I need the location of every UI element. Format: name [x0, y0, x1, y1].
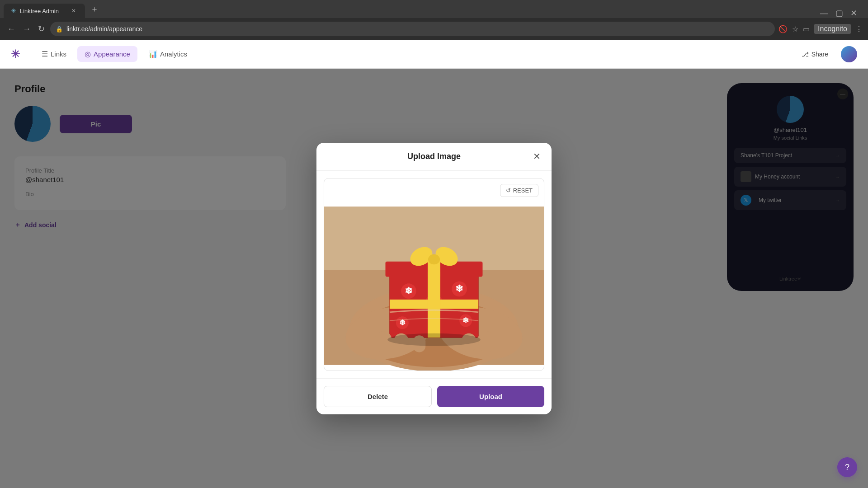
svg-rect-26 — [375, 331, 392, 352]
share-icon: ⎇ — [802, 51, 809, 58]
back-button[interactable]: ← — [5, 23, 17, 36]
nav-analytics-label: Analytics — [160, 50, 187, 58]
app-container: ✳ ☰ Links ◎ Appearance 📊 Analytics ⎇ Sha… — [0, 40, 868, 488]
nav-links-label: Links — [51, 50, 66, 58]
user-avatar[interactable] — [841, 46, 857, 62]
links-icon: ☰ — [42, 50, 48, 58]
browser-toolbar: ← → ↻ 🔒 linktr.ee/admin/appearance 🚫 ☆ ▭… — [0, 18, 868, 40]
menu-icon[interactable]: ⋮ — [855, 25, 863, 33]
maximize-button[interactable]: ▢ — [835, 8, 843, 18]
nav-appearance-label: Appearance — [94, 50, 130, 58]
share-button[interactable]: ⎇ Share — [796, 48, 834, 61]
upload-area[interactable]: ↺ RESET — [324, 178, 544, 371]
top-nav: ✳ ☰ Links ◎ Appearance 📊 Analytics ⎇ Sha… — [0, 40, 868, 69]
appearance-icon: ◎ — [85, 50, 91, 58]
nav-right: ⎇ Share — [796, 46, 857, 62]
nav-items: ☰ Links ◎ Appearance 📊 Analytics — [34, 46, 782, 62]
window-controls: — ▢ ✕ — [813, 8, 864, 18]
url-text: linktr.ee/admin/appearance — [66, 25, 142, 33]
browser-chrome: ✳ Linktree Admin ✕ ＋ — ▢ ✕ ← → ↻ 🔒 linkt… — [0, 0, 868, 40]
active-tab[interactable]: ✳ Linktree Admin ✕ — [4, 4, 85, 18]
incognito-badge: Incognito — [814, 24, 851, 34]
no-camera-icon: 🚫 — [778, 25, 788, 33]
tab-close-button[interactable]: ✕ — [70, 7, 78, 15]
svg-rect-30 — [478, 331, 495, 352]
star-icon[interactable]: ☆ — [792, 25, 798, 33]
analytics-icon: 📊 — [148, 50, 157, 58]
address-bar[interactable]: 🔒 linktr.ee/admin/appearance — [50, 22, 775, 36]
nav-item-appearance[interactable]: ◎ Appearance — [77, 46, 137, 62]
delete-button[interactable]: Delete — [324, 386, 432, 407]
nav-item-analytics[interactable]: 📊 Analytics — [141, 46, 194, 62]
modal-title: Upload Image — [407, 152, 461, 161]
nav-item-links[interactable]: ☰ Links — [34, 46, 74, 62]
modal-header: Upload Image ✕ — [316, 143, 552, 171]
lock-icon: 🔒 — [56, 26, 63, 33]
svg-text:❄: ❄ — [455, 283, 463, 294]
modal-close-button[interactable]: ✕ — [531, 149, 542, 164]
modal-footer: Delete Upload — [316, 378, 552, 414]
tab-title: Linktree Admin — [20, 8, 66, 14]
reset-icon: ↺ — [506, 187, 511, 194]
reset-button[interactable]: ↺ RESET — [500, 184, 538, 197]
profile-switcher-icon[interactable]: ▭ — [803, 25, 810, 33]
upload-button[interactable]: Upload — [437, 386, 544, 407]
share-label: Share — [811, 51, 828, 58]
modal-body: ↺ RESET — [316, 171, 552, 378]
linktree-logo[interactable]: ✳ — [11, 48, 20, 61]
tab-bar: ✳ Linktree Admin ✕ ＋ — ▢ ✕ — [0, 0, 868, 18]
upload-image-container: ❄ ❄ ❄ ❄ ❄ — [324, 201, 544, 371]
tab-favicon: ✳ — [11, 7, 16, 14]
help-button[interactable]: ? — [837, 457, 857, 477]
modal-overlay[interactable]: Upload Image ✕ ↺ RESET — [0, 69, 868, 488]
close-window-button[interactable]: ✕ — [850, 8, 857, 18]
page-content: Profile Pic Profile Title @shanet101 Bio… — [0, 69, 868, 488]
toolbar-right: 🚫 ☆ ▭ Incognito ⋮ — [778, 24, 863, 34]
forward-button[interactable]: → — [21, 23, 33, 36]
refresh-button[interactable]: ↻ — [36, 22, 47, 36]
svg-rect-22 — [428, 272, 440, 338]
svg-point-31 — [387, 333, 481, 346]
svg-text:❄: ❄ — [462, 316, 469, 325]
gift-image: ❄ ❄ ❄ ❄ ❄ — [324, 201, 544, 371]
svg-text:❄: ❄ — [405, 285, 413, 296]
svg-point-25 — [428, 254, 440, 264]
minimize-button[interactable]: — — [820, 9, 828, 18]
reset-label: RESET — [513, 187, 533, 194]
new-tab-button[interactable]: ＋ — [87, 2, 102, 16]
upload-modal: Upload Image ✕ ↺ RESET — [316, 143, 552, 414]
